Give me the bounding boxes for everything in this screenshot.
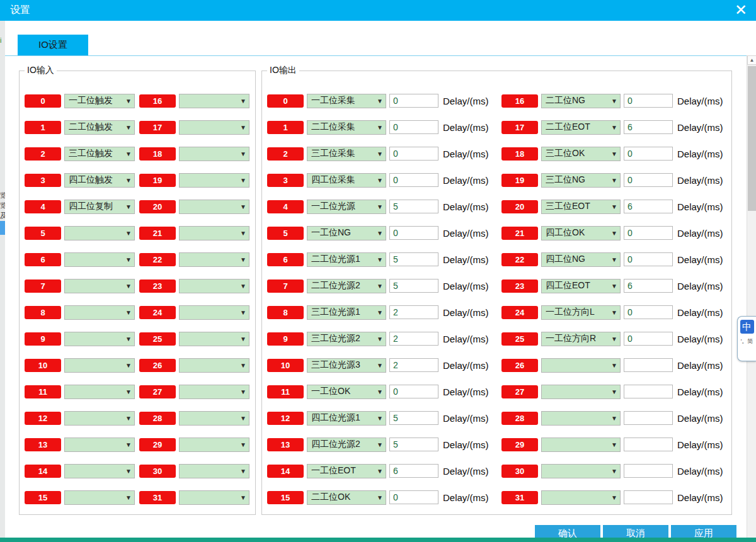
io-output-select[interactable]: 三工位光源1▼ [307, 305, 386, 320]
io-output-select[interactable]: 三工位光源2▼ [307, 332, 386, 346]
io-output-select[interactable]: 三工位光源3▼ [307, 358, 386, 373]
tab-io-settings[interactable]: IO设置 [18, 35, 88, 55]
io-output-select[interactable]: 二工位光源1▼ [307, 252, 386, 267]
io-input-select[interactable]: ▼ [64, 490, 135, 505]
delay-input[interactable] [624, 305, 673, 319]
io-output-select[interactable]: 四工位采集▼ [307, 173, 386, 188]
delay-input[interactable] [624, 490, 673, 504]
scroll-up-icon[interactable]: ▲ [747, 55, 756, 65]
vertical-scrollbar[interactable]: ▲ [747, 55, 756, 538]
io-input-select[interactable]: ▼ [179, 411, 249, 426]
io-output-select[interactable]: 二工位光源2▼ [307, 279, 386, 293]
io-input-select[interactable]: ▼ [179, 305, 249, 320]
io-input-select[interactable]: ▼ [64, 305, 135, 320]
io-input-select[interactable]: ▼ [179, 464, 249, 478]
delay-input[interactable] [389, 385, 438, 398]
io-input-select[interactable]: ▼ [64, 464, 135, 478]
io-input-select[interactable]: 四工位触发▼ [64, 173, 135, 188]
io-output-select[interactable]: ▼ [541, 438, 621, 452]
io-input-select[interactable]: 二工位触发▼ [64, 120, 135, 135]
delay-input[interactable] [389, 332, 438, 346]
delay-input[interactable] [624, 358, 673, 372]
io-output-select[interactable]: 一工位方向L▼ [541, 305, 621, 320]
io-output-select[interactable]: ▼ [541, 464, 621, 478]
io-output-select[interactable]: 二工位NG▼ [541, 94, 621, 108]
delay-input[interactable] [389, 226, 438, 240]
io-output-select[interactable]: 三工位EOT▼ [541, 200, 621, 214]
io-output-select[interactable]: ▼ [541, 358, 621, 373]
delay-input[interactable] [389, 94, 438, 108]
delay-input[interactable] [389, 279, 438, 293]
delay-input[interactable] [624, 252, 673, 266]
delay-input[interactable] [624, 438, 673, 451]
io-output-select[interactable]: 二工位EOT▼ [541, 120, 621, 135]
delay-input[interactable] [389, 147, 438, 161]
delay-input[interactable] [624, 94, 673, 108]
io-input-select[interactable]: ▼ [179, 120, 249, 135]
io-input-select[interactable]: ▼ [179, 94, 249, 108]
io-input-select[interactable]: ▼ [64, 279, 135, 293]
io-output-select[interactable]: 一工位NG▼ [307, 226, 386, 240]
delay-input[interactable] [624, 147, 673, 161]
delay-input[interactable] [624, 385, 673, 398]
io-output-select[interactable]: 三工位OK▼ [541, 147, 621, 161]
delay-input[interactable] [389, 464, 438, 478]
io-input-select[interactable]: ▼ [64, 226, 135, 240]
io-input-select[interactable]: ▼ [64, 358, 135, 373]
delay-input[interactable] [624, 200, 673, 213]
io-output-select[interactable]: 一工位光源▼ [307, 200, 386, 214]
delay-input[interactable] [389, 252, 438, 266]
io-output-select[interactable]: 一工位OK▼ [307, 385, 386, 399]
io-output-select[interactable]: 三工位采集▼ [307, 147, 386, 161]
io-input-select[interactable]: ▼ [179, 385, 249, 399]
delay-input[interactable] [389, 173, 438, 187]
io-output-select[interactable]: 四工位NG▼ [541, 252, 621, 267]
delay-input[interactable] [389, 200, 438, 213]
io-input-select[interactable]: ▼ [179, 332, 249, 346]
delay-input[interactable] [389, 358, 438, 372]
io-output-select[interactable]: 一工位EOT▼ [307, 464, 386, 478]
close-icon[interactable]: ✕ [735, 1, 747, 19]
io-output-select[interactable]: 四工位EOT▼ [541, 279, 621, 293]
io-output-select[interactable]: 一工位采集▼ [307, 94, 386, 108]
io-input-select[interactable]: ▼ [64, 252, 135, 267]
io-output-select[interactable]: 四工位OK▼ [541, 226, 621, 240]
io-input-select[interactable]: ▼ [64, 438, 135, 452]
io-input-select[interactable]: 三工位触发▼ [64, 147, 135, 161]
delay-input[interactable] [389, 305, 438, 319]
io-input-select[interactable]: 一工位触发▼ [64, 94, 135, 108]
delay-input[interactable] [624, 332, 673, 346]
delay-input[interactable] [624, 226, 673, 240]
io-input-select[interactable]: ▼ [179, 173, 249, 188]
io-output-select[interactable]: ▼ [541, 411, 621, 426]
delay-input[interactable] [624, 464, 673, 478]
io-output-select[interactable]: 二工位OK▼ [307, 490, 386, 505]
io-output-select[interactable]: 二工位采集▼ [307, 120, 386, 135]
scrollbar-thumb[interactable] [748, 66, 756, 211]
io-input-select[interactable]: ▼ [179, 438, 249, 452]
io-input-select[interactable]: ▼ [179, 490, 249, 505]
io-output-select[interactable]: 四工位光源1▼ [307, 411, 386, 426]
delay-input[interactable] [389, 411, 438, 425]
delay-input[interactable] [624, 279, 673, 293]
ime-badge[interactable]: 中 '。简 [737, 316, 756, 361]
delay-input[interactable] [624, 411, 673, 425]
io-output-select[interactable]: ▼ [541, 490, 621, 505]
io-input-select[interactable]: ▼ [179, 147, 249, 161]
io-input-select[interactable]: ▼ [64, 332, 135, 346]
io-input-select[interactable]: ▼ [179, 252, 249, 267]
delay-input[interactable] [624, 120, 673, 134]
io-output-select[interactable]: 一工位方向R▼ [541, 332, 621, 346]
io-input-select[interactable]: ▼ [64, 411, 135, 426]
io-input-select[interactable]: ▼ [64, 385, 135, 399]
io-input-select[interactable]: ▼ [179, 358, 249, 373]
delay-input[interactable] [624, 173, 673, 187]
io-input-select[interactable]: ▼ [179, 279, 249, 293]
io-output-select[interactable]: ▼ [541, 385, 621, 399]
io-output-select[interactable]: 四工位光源2▼ [307, 438, 386, 452]
delay-input[interactable] [389, 120, 438, 134]
delay-input[interactable] [389, 438, 438, 451]
io-input-select[interactable]: ▼ [179, 226, 249, 240]
delay-input[interactable] [389, 490, 438, 504]
io-input-select[interactable]: 四工位复制▼ [64, 200, 135, 214]
